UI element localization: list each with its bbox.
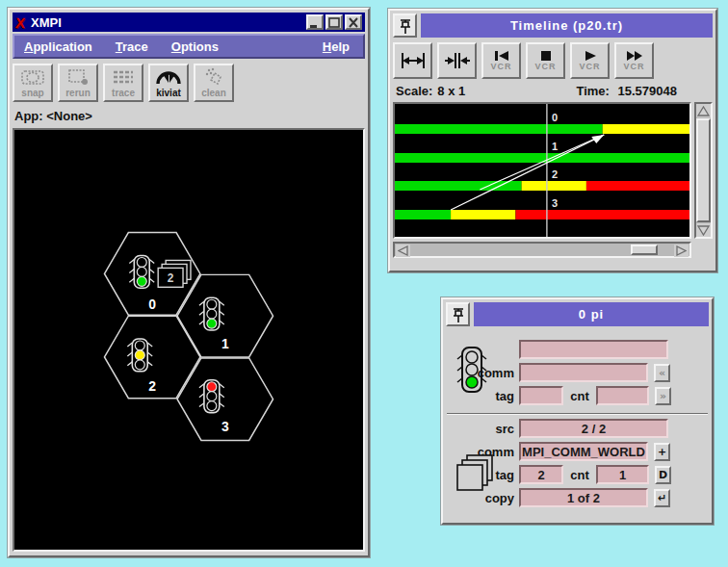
scroll-left-button[interactable]: [396, 245, 410, 257]
scale-value: 8 x 1: [437, 84, 465, 98]
stop-icon: [536, 50, 556, 62]
menu-trace[interactable]: Trace: [116, 39, 148, 54]
timeline-titlebar[interactable]: Timeline (p20.tr): [421, 13, 713, 38]
lamp-mid: [135, 350, 144, 360]
close-button[interactable]: [345, 14, 362, 30]
prev-message-button[interactable]: «: [654, 364, 670, 382]
copy-field[interactable]: 1 of 2: [519, 488, 648, 507]
src-label: src: [446, 422, 519, 436]
menu-options[interactable]: Options: [171, 39, 219, 54]
rerun-button[interactable]: rerun: [58, 64, 98, 102]
compress-button[interactable]: [437, 42, 477, 79]
traffic-light-process-2[interactable]: [127, 339, 152, 372]
minimize-button[interactable]: [306, 14, 324, 30]
trace-icon: [111, 67, 136, 87]
cross-icon: +: [658, 446, 666, 458]
right-arrow-icon: [676, 245, 687, 256]
vcr-label: VCR: [490, 63, 511, 71]
main-toolbar: snap rerun trace kiviat: [13, 64, 365, 102]
tag-field[interactable]: 2: [519, 465, 563, 484]
lamp-top: [137, 257, 146, 267]
timeline-bar-segment: [516, 210, 690, 219]
trace-label: trace: [112, 88, 135, 98]
expand-icon: [399, 50, 428, 71]
rewind-icon: [492, 50, 511, 62]
datatype-button[interactable]: D: [655, 466, 671, 484]
traffic-light-process-0[interactable]: [129, 255, 154, 288]
rank-focus-window: 0 pi comm « tag cnt »: [441, 297, 714, 525]
vertical-scrollbar[interactable]: [694, 102, 713, 239]
process-2-label: 2: [148, 378, 156, 394]
current-state-section: comm « tag cnt »: [446, 340, 709, 405]
cnt-field[interactable]: 1: [596, 465, 649, 484]
pushpin-icon: [450, 306, 467, 323]
vcr-rewind-button[interactable]: VCR: [481, 42, 521, 79]
vertical-scroll-thumb[interactable]: [696, 118, 711, 222]
play-icon: [581, 50, 600, 62]
timeline-bar-segment: [586, 181, 689, 191]
lamp-bot: [135, 360, 144, 370]
lamp-top: [466, 351, 478, 363]
main-titlebar[interactable]: X XMPI: [13, 13, 365, 32]
pin-button[interactable]: [446, 302, 470, 326]
menu-help[interactable]: Help: [323, 39, 350, 54]
pin-button[interactable]: [393, 13, 417, 38]
maximize-button[interactable]: [325, 14, 343, 30]
horizontal-scroll-thumb[interactable]: [631, 245, 658, 255]
peek-field[interactable]: [519, 340, 668, 359]
timeline-window: Timeline (p20.tr) VCR VCR: [388, 9, 717, 272]
timeline-process-label: 3: [552, 197, 558, 209]
horizontal-scrollbar[interactable]: [393, 242, 691, 258]
timeline-bar-segment: [451, 210, 515, 219]
process-canvas[interactable]: 2 0 1 2: [13, 128, 365, 552]
scroll-up-button[interactable]: [696, 104, 711, 117]
scroll-down-button[interactable]: [696, 223, 711, 237]
vcr-stop-button[interactable]: VCR: [526, 42, 565, 79]
lamp-mid: [137, 267, 146, 276]
cnt-field[interactable]: [596, 386, 649, 405]
menu-application[interactable]: Application: [24, 39, 92, 54]
menubar: Application Trace Options Help: [13, 34, 365, 59]
snap-button[interactable]: snap: [13, 64, 53, 102]
focus-titlebar[interactable]: 0 pi: [474, 302, 709, 326]
timeline-toolbar: VCR VCR VCR VCR: [393, 42, 713, 79]
trace-button[interactable]: trace: [103, 64, 143, 102]
lamp-mid: [207, 309, 217, 319]
kiviat-button[interactable]: kiviat: [148, 64, 189, 102]
comm-field[interactable]: [519, 363, 648, 382]
focus-title: 0 pi: [579, 307, 604, 322]
desktop: { "desktop": { "background": "#a6edf2" }…: [0, 0, 728, 567]
vcr-play-button[interactable]: VCR: [570, 42, 610, 79]
src-field[interactable]: 2 / 2: [519, 419, 668, 438]
return-button[interactable]: ↵: [654, 489, 670, 507]
timeline-status-row: Scale: 8 x 1 Time: 15.579048: [393, 83, 713, 99]
timeline-bar-segment: [395, 153, 689, 163]
tag-field[interactable]: [519, 386, 563, 405]
comm-detail-button[interactable]: +: [654, 443, 670, 461]
process-1-label: 1: [221, 336, 229, 351]
comm-field[interactable]: MPI_COMM_WORLD: [519, 442, 648, 461]
scroll-right-button[interactable]: [674, 245, 689, 257]
lamp-bot: [207, 319, 217, 328]
vcr-fast-forward-button[interactable]: VCR: [614, 42, 654, 79]
timeline-process-label: 0: [552, 112, 558, 123]
next-message-button[interactable]: »: [655, 387, 671, 405]
clean-button[interactable]: clean: [194, 64, 234, 102]
right-chevron-icon: »: [660, 390, 666, 402]
vcr-label: VCR: [579, 63, 600, 71]
expand-button[interactable]: [393, 42, 432, 79]
section-divider: [447, 413, 708, 415]
lamp-top: [135, 341, 144, 350]
cnt-label: cnt: [563, 468, 596, 482]
message-arrowhead: [591, 135, 604, 143]
traffic-light-process-3[interactable]: [199, 380, 224, 413]
timeline-chart[interactable]: 0123: [393, 102, 691, 239]
message-stack-icon[interactable]: 2: [158, 260, 191, 287]
traffic-light-process-1[interactable]: [199, 297, 224, 330]
snap-label: snap: [21, 88, 43, 98]
app-label: App: <None>: [13, 106, 365, 125]
cnt-label: cnt: [563, 389, 596, 403]
left-arrow-icon: [398, 245, 408, 256]
pushpin-icon: [397, 17, 414, 35]
process-0-label: 0: [148, 296, 156, 312]
